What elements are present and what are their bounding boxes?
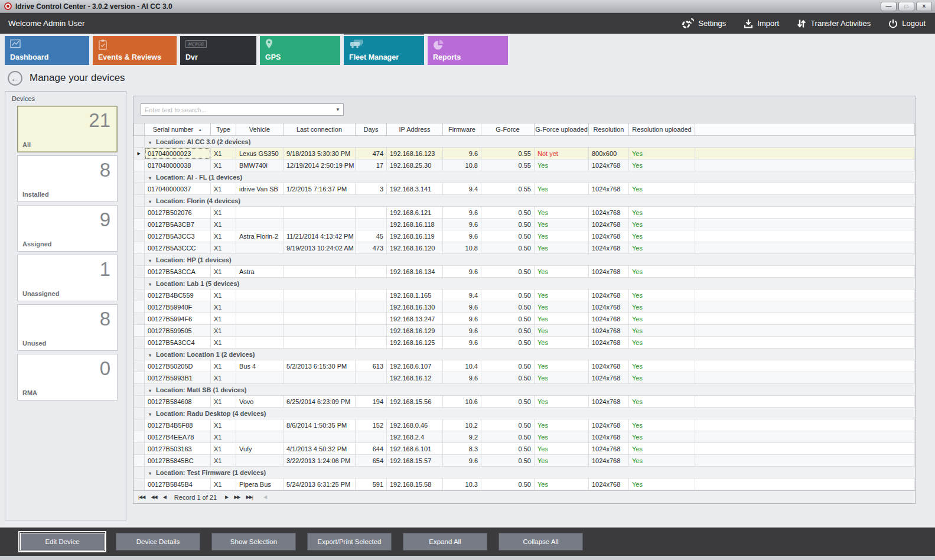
- tab-dashboard[interactable]: Dashboard: [5, 36, 89, 65]
- maximize-button[interactable]: □: [898, 2, 914, 11]
- device-row[interactable]: 00127B5A3CCAX1Astra192.168.16.1349.60.50…: [134, 266, 915, 278]
- next-record-button[interactable]: ▶: [225, 494, 228, 500]
- group-row[interactable]: ▾Location: Radu Desktop (4 devices): [134, 408, 915, 419]
- row-indicator: [134, 171, 145, 183]
- cell-last_connection: 3/22/2013 1:24:06 PM: [284, 455, 356, 467]
- cell-serial: 00127B50205D: [145, 360, 211, 372]
- collapse-icon[interactable]: ▾: [149, 258, 151, 263]
- back-button[interactable]: ←: [8, 71, 22, 86]
- settings-button[interactable]: Settings: [682, 18, 726, 29]
- cell-resolution: 1024x768: [589, 289, 629, 301]
- tab-events-reviews[interactable]: Events & Reviews: [93, 36, 177, 65]
- device-row[interactable]: ▶017040000023X1Lexus GS3509/18/2013 5:30…: [134, 148, 915, 159]
- group-row[interactable]: ▾Location: Al CC 3.0 (2 devices): [134, 136, 915, 148]
- tab-gps[interactable]: GPS: [260, 36, 340, 65]
- collapse-icon[interactable]: ▾: [149, 140, 151, 145]
- device-row[interactable]: 00127B599505X1192.168.16.1299.60.50Yes10…: [134, 325, 915, 337]
- device-row[interactable]: 017040000038X1BMW740i12/19/2014 2:50:19 …: [134, 159, 915, 171]
- device-row[interactable]: 00127B5993B1X1192.168.16.129.60.50Yes102…: [134, 372, 915, 384]
- column-header-serial[interactable]: Serial number▲: [145, 123, 211, 136]
- device-filter-card-rma[interactable]: 0RMA: [17, 354, 118, 401]
- device-row[interactable]: 00127B503163X1Vufy4/1/2013 4:50:32 PM644…: [134, 443, 915, 455]
- next-page-button[interactable]: ▶▶: [234, 494, 240, 500]
- group-row[interactable]: ▾Location: Matt SB (1 devices): [134, 384, 915, 396]
- column-header-gforce[interactable]: G-Force: [481, 123, 535, 136]
- export-print-selected-button[interactable]: Export/Print Selected: [307, 533, 392, 551]
- device-row[interactable]: 00127B4EEA78X1192.168.2.49.20.50Yes1024x…: [134, 431, 915, 443]
- column-header-days[interactable]: Days: [356, 123, 387, 136]
- tab-fleet-manager[interactable]: Fleet Manager: [344, 36, 424, 65]
- device-filter-card-unassigned[interactable]: 1Unassigned: [17, 255, 118, 301]
- device-row[interactable]: 00127B50205DX1Bus 45/2/2013 6:15:30 PM61…: [134, 360, 915, 372]
- device-row[interactable]: 00127B5845BCX13/22/2013 1:24:06 PM654192…: [134, 455, 915, 467]
- cell-firmware: 9.6: [443, 337, 481, 349]
- import-button[interactable]: Import: [744, 19, 779, 28]
- search-input[interactable]: [141, 106, 333, 113]
- expand-all-button[interactable]: Expand All: [403, 533, 487, 551]
- collapse-all-button[interactable]: Collapse All: [499, 533, 583, 551]
- collapse-icon[interactable]: ▾: [149, 282, 151, 287]
- device-row[interactable]: 00127B5A3CC3X1Astra Florin-211/21/2014 4…: [134, 230, 915, 242]
- cell-g_force: 0.50: [481, 313, 535, 325]
- device-row[interactable]: 00127B5A3CB7X1192.168.16.1189.60.50Yes10…: [134, 219, 915, 230]
- cell-g_force_uploaded: Yes: [535, 372, 589, 384]
- collapse-icon[interactable]: ▾: [149, 388, 151, 393]
- row-indicator: [134, 242, 145, 254]
- device-row[interactable]: 00127B5994F6X1192.168.13.2479.60.50Yes10…: [134, 313, 915, 325]
- action-footer: Edit DeviceDevice DetailsShow SelectionE…: [0, 528, 935, 556]
- device-row[interactable]: 00127B5A3CCCX19/19/2013 10:24:02 AM47319…: [134, 242, 915, 254]
- group-row[interactable]: ▾Location: Lab 1 (5 devices): [134, 278, 915, 289]
- cell-firmware: 9.6: [443, 301, 481, 313]
- chevron-down-icon[interactable]: ▼: [333, 107, 343, 112]
- collapse-icon[interactable]: ▾: [149, 353, 151, 358]
- close-button[interactable]: ×: [916, 2, 932, 11]
- group-row[interactable]: ▾Location: Al - FL (1 devices): [134, 171, 915, 183]
- tab-reports[interactable]: Reports: [428, 36, 508, 65]
- cell-serial: 00127B5A3CCC: [145, 242, 211, 254]
- column-header-firmware[interactable]: Firmware: [443, 123, 481, 136]
- column-header-resolution[interactable]: Resolution: [589, 123, 629, 136]
- collapse-icon[interactable]: ▾: [149, 471, 151, 476]
- collapse-icon[interactable]: ▾: [149, 175, 151, 181]
- group-row[interactable]: ▾Location: Location 1 (2 devices): [134, 349, 915, 360]
- minimize-button[interactable]: —: [881, 2, 897, 11]
- device-row[interactable]: 00127B4BC559X1192.168.1.1659.40.50Yes102…: [134, 289, 915, 301]
- device-row[interactable]: 00127B4B5F88X18/6/2014 1:50:35 PM152192.…: [134, 419, 915, 431]
- edit-device-button[interactable]: Edit Device: [20, 533, 105, 551]
- last-record-button[interactable]: ▶▶|: [246, 494, 252, 500]
- device-row[interactable]: 00127B502076X1192.168.6.1219.60.50Yes102…: [134, 207, 915, 219]
- column-header-vehicle[interactable]: Vehicle: [236, 123, 284, 136]
- cell-type: X1: [211, 372, 236, 384]
- collapse-icon[interactable]: ▾: [149, 199, 151, 204]
- logout-button[interactable]: Logout: [888, 19, 926, 28]
- device-row[interactable]: 00127B59940FX1192.168.16.1309.60.50Yes10…: [134, 301, 915, 313]
- device-row[interactable]: 00127B5A3CC4X1192.168.16.1259.60.50Yes10…: [134, 337, 915, 349]
- prev-page-button[interactable]: ◀◀: [151, 494, 157, 500]
- collapse-icon[interactable]: ▾: [149, 412, 151, 417]
- row-indicator: [134, 325, 145, 337]
- column-header-ip[interactable]: IP Address: [387, 123, 443, 136]
- device-filter-card-unused[interactable]: 8Unused: [17, 304, 118, 351]
- device-filter-card-assigned[interactable]: 9Assigned: [17, 205, 118, 252]
- cell-serial: 00127B59940F: [145, 301, 211, 313]
- show-selection-button[interactable]: Show Selection: [211, 533, 296, 551]
- device-row[interactable]: 017040000037X1idrive Van SB1/2/2015 7:16…: [134, 183, 915, 195]
- device-row[interactable]: 00127B5845B4X1Pipera Bus5/24/2013 6:31:2…: [134, 478, 915, 490]
- device-row[interactable]: 00127B584608X1Vovo6/25/2014 6:23:09 PM19…: [134, 396, 915, 408]
- prev-record-button[interactable]: ◀: [163, 494, 166, 500]
- first-record-button[interactable]: |◀◀: [138, 494, 145, 500]
- device-details-button[interactable]: Device Details: [116, 533, 200, 551]
- module-tabs: Dashboard Events & Reviews MERGE Dvr GPS…: [0, 34, 935, 66]
- column-header-type[interactable]: Type: [211, 123, 236, 136]
- column-header-gforce-uploaded[interactable]: G-Force uploaded: [535, 123, 589, 136]
- column-header-resolution-uploaded[interactable]: Resolution uploaded: [629, 123, 695, 136]
- device-filter-card-all[interactable]: 21All: [17, 106, 118, 152]
- tab-dvr[interactable]: MERGE Dvr: [180, 36, 256, 65]
- group-row[interactable]: ▾Location: HP (1 devices): [134, 254, 915, 266]
- group-row[interactable]: ▾Location: Florin (4 devices): [134, 195, 915, 207]
- cell-type: X1: [211, 230, 236, 242]
- device-filter-card-installed[interactable]: 8Installed: [17, 155, 118, 202]
- transfer-activities-button[interactable]: Transfer Activities: [797, 19, 871, 28]
- column-header-last-connection[interactable]: Last connection: [284, 123, 356, 136]
- group-row[interactable]: ▾Location: Test Firmware (1 devices): [134, 467, 915, 478]
